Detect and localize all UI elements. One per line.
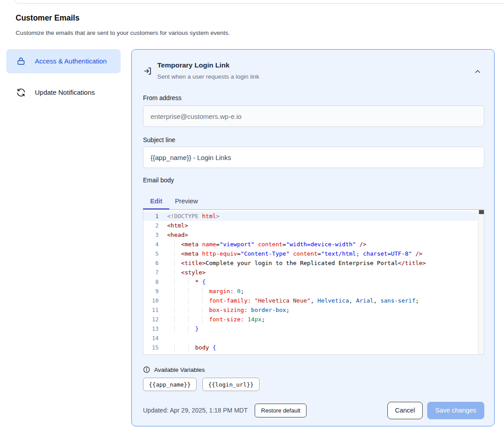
editor-scrollbar-thumb[interactable]	[479, 210, 484, 214]
tab-preview[interactable]: Preview	[175, 198, 198, 205]
sidebar-item-access-authentication[interactable]: Access & Authentication	[6, 49, 121, 73]
code-line[interactable]: 7 <style>	[143, 268, 478, 277]
code-editor[interactable]: 1<!DOCTYPE html>2<html>3<head>4 <meta na…	[143, 210, 484, 355]
line-number: 2	[143, 221, 159, 230]
sidebar-item-label: Update Notifications	[35, 87, 95, 98]
variable-chip[interactable]: {{login_url}}	[202, 378, 260, 391]
line-number: 1	[143, 211, 159, 221]
code-line[interactable]: 14	[143, 333, 478, 343]
available-variables-row: Available Variables	[143, 366, 205, 373]
line-number: 7	[143, 268, 159, 277]
editor-scrollbar[interactable]	[478, 210, 484, 354]
available-variables-label: Available Variables	[154, 366, 205, 373]
line-number: 6	[143, 258, 159, 268]
code-line[interactable]: 8 * {	[143, 277, 478, 286]
lock-icon	[16, 56, 26, 66]
sync-icon	[16, 88, 26, 97]
sidebar-item-update-notifications[interactable]: Update Notifications	[6, 82, 121, 103]
line-number: 4	[143, 240, 159, 249]
tab-edit[interactable]: Edit	[150, 198, 162, 205]
sidebar: Access & AuthenticationUpdate Notificati…	[6, 49, 121, 112]
subject-line-input[interactable]	[143, 147, 484, 168]
code-line[interactable]: 4 <meta name="viewport" content="width=d…	[143, 240, 478, 249]
active-tab-underline	[143, 208, 169, 210]
line-number: 5	[143, 249, 159, 258]
code-line[interactable]: 1<!DOCTYPE html>	[143, 211, 478, 221]
code-line[interactable]: 12 font-size: 14px;	[143, 315, 478, 324]
line-number: 9	[143, 286, 159, 296]
code-line[interactable]: 3<head>	[143, 230, 478, 240]
info-icon	[143, 366, 150, 373]
code-line[interactable]: 6 <title>Complete your login to the Repl…	[143, 258, 478, 268]
line-number: 13	[143, 324, 159, 333]
updated-timestamp: Updated: Apr 29, 2025, 1:18 PM MDT	[143, 407, 248, 414]
from-address-label: From address	[143, 94, 181, 101]
code-line[interactable]: 16 background-color: #f6f6f6;	[143, 352, 478, 355]
panel-subtitle: Sent when a user requests a login link	[157, 73, 259, 80]
code-line[interactable]: 2<html>	[143, 221, 478, 230]
panel-footer: Updated: Apr 29, 2025, 1:18 PM MDT Resto…	[143, 401, 484, 419]
line-number: 3	[143, 230, 159, 240]
code-line[interactable]: 9 margin: 0;	[143, 286, 478, 296]
code-line[interactable]: 11 box-sizing: border-box;	[143, 305, 478, 315]
variable-chip[interactable]: {{app_name}}	[143, 378, 197, 391]
code-line[interactable]: 5 <meta http-equiv="Content-Type" conten…	[143, 249, 478, 258]
panel-title: Temporary Login Link	[157, 61, 230, 69]
sidebar-item-label: Access & Authentication	[35, 56, 107, 67]
chevron-up-icon[interactable]	[474, 67, 483, 76]
from-address-input[interactable]	[143, 105, 484, 127]
line-number: 11	[143, 305, 159, 315]
email-settings-panel: Temporary Login Link Sent when a user re…	[131, 49, 495, 426]
line-number: 14	[143, 333, 159, 343]
page-title: Customer Emails	[16, 13, 80, 23]
variable-chips: {{app_name}}{{login_url}}	[143, 378, 260, 391]
code-area[interactable]: 1<!DOCTYPE html>2<html>3<head>4 <meta na…	[143, 211, 478, 355]
restore-default-button[interactable]: Restore default	[255, 404, 307, 417]
save-changes-button[interactable]: Save changes	[427, 402, 484, 419]
subject-line-label: Subject line	[143, 136, 175, 143]
code-line[interactable]: 15 body {	[143, 343, 478, 352]
cancel-button[interactable]: Cancel	[387, 402, 423, 419]
code-line[interactable]: 10 font-family: "Helvetica Neue", Helvet…	[143, 296, 478, 305]
line-number: 10	[143, 296, 159, 305]
line-number: 16	[143, 352, 159, 355]
email-body-tabs: EditPreview	[143, 193, 484, 210]
line-number: 8	[143, 277, 159, 286]
line-number: 15	[143, 343, 159, 352]
line-number: 12	[143, 315, 159, 324]
email-body-label: Email body	[143, 177, 174, 184]
top-card-edge	[13, 0, 504, 4]
code-line[interactable]: 13 }	[143, 324, 478, 333]
login-icon	[143, 67, 152, 76]
page-subtitle: Customize the emails that are sent to yo…	[16, 29, 230, 36]
